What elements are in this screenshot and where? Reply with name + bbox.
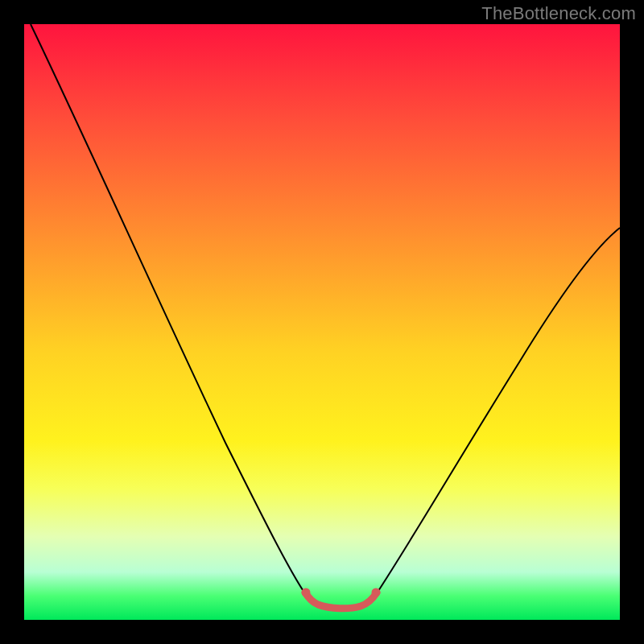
chart-frame: TheBottleneck.com	[0, 0, 644, 644]
curve-left	[31, 24, 310, 601]
optimal-zone-marker	[305, 592, 377, 609]
curve-right	[372, 228, 620, 601]
watermark-text: TheBottleneck.com	[481, 3, 636, 24]
optimal-zone-endpoint-left	[302, 588, 311, 597]
chart-svg	[24, 24, 620, 620]
optimal-zone-endpoint-right	[372, 588, 381, 597]
